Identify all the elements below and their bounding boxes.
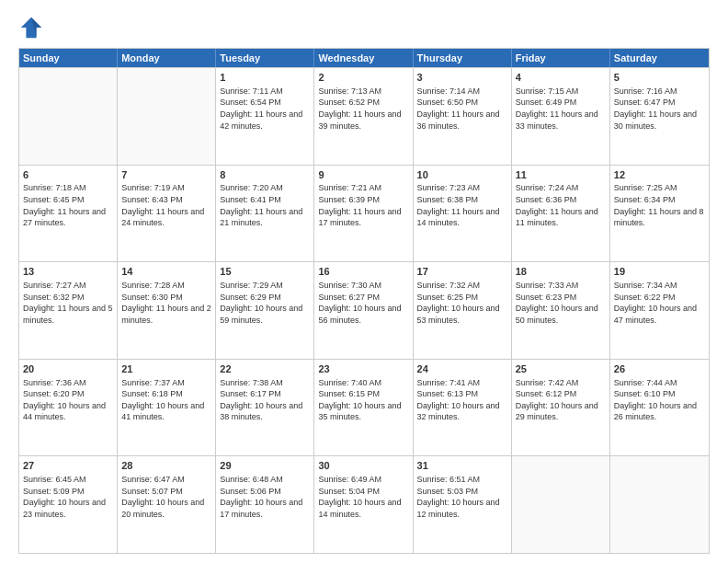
calendar-header-day: Monday <box>118 49 216 67</box>
logo <box>18 15 46 40</box>
calendar-cell: 4Sunrise: 7:15 AMSunset: 6:49 PMDaylight… <box>512 68 610 165</box>
cell-text-line: Sunset: 6:20 PM <box>23 388 113 400</box>
day-number: 21 <box>121 362 211 376</box>
day-number: 18 <box>516 265 606 279</box>
cell-text-line: Sunset: 6:54 PM <box>220 97 310 109</box>
cell-text-line: Daylight: 11 hours and 27 minutes. <box>23 206 113 229</box>
day-number: 9 <box>318 168 408 182</box>
cell-text-line: Sunset: 5:04 PM <box>318 486 408 498</box>
day-number: 12 <box>614 168 705 182</box>
calendar-cell: 5Sunrise: 7:16 AMSunset: 6:47 PMDaylight… <box>610 68 709 165</box>
cell-text-line: Sunset: 5:03 PM <box>417 486 507 498</box>
cell-text-line: Daylight: 11 hours and 21 minutes. <box>220 206 310 229</box>
day-number: 22 <box>220 362 310 376</box>
calendar-cell <box>610 456 709 553</box>
calendar-cell <box>19 68 118 165</box>
calendar-cell: 14Sunrise: 7:28 AMSunset: 6:30 PMDayligh… <box>118 262 216 359</box>
cell-text-line: Sunrise: 7:36 AM <box>23 377 113 389</box>
day-number: 27 <box>23 459 113 473</box>
calendar-cell: 18Sunrise: 7:33 AMSunset: 6:23 PMDayligh… <box>512 262 610 359</box>
cell-text-line: Sunset: 6:34 PM <box>614 194 705 206</box>
cell-text-line: Sunset: 5:07 PM <box>121 486 211 498</box>
cell-text-line: Sunrise: 7:40 AM <box>318 377 408 389</box>
cell-text-line: Daylight: 10 hours and 35 minutes. <box>318 400 408 423</box>
calendar-cell: 17Sunrise: 7:32 AMSunset: 6:25 PMDayligh… <box>414 262 512 359</box>
cell-text-line: Sunrise: 7:32 AM <box>417 280 507 292</box>
cell-text-line: Sunset: 6:41 PM <box>220 194 310 206</box>
calendar-cell: 7Sunrise: 7:19 AMSunset: 6:43 PMDaylight… <box>118 166 216 262</box>
cell-text-line: Daylight: 11 hours and 30 minutes. <box>614 109 705 132</box>
cell-text-line: Sunrise: 7:37 AM <box>121 377 211 389</box>
day-number: 29 <box>220 459 310 473</box>
calendar: SundayMondayTuesdayWednesdayThursdayFrid… <box>18 48 710 554</box>
day-number: 19 <box>614 265 705 279</box>
cell-text-line: Sunrise: 7:24 AM <box>516 182 606 194</box>
cell-text-line: Sunrise: 7:25 AM <box>614 182 705 194</box>
calendar-week-row: 27Sunrise: 6:45 AMSunset: 5:09 PMDayligh… <box>19 455 709 553</box>
cell-text-line: Daylight: 10 hours and 53 minutes. <box>417 303 507 326</box>
cell-text-line: Sunset: 6:45 PM <box>23 194 113 206</box>
calendar-cell: 25Sunrise: 7:42 AMSunset: 6:12 PMDayligh… <box>512 360 610 456</box>
cell-text-line: Daylight: 10 hours and 26 minutes. <box>614 400 705 423</box>
calendar-cell: 29Sunrise: 6:48 AMSunset: 5:06 PMDayligh… <box>216 456 314 553</box>
calendar-cell: 11Sunrise: 7:24 AMSunset: 6:36 PMDayligh… <box>512 166 610 262</box>
day-number: 4 <box>516 71 606 85</box>
calendar-header-day: Sunday <box>19 49 118 67</box>
day-number: 7 <box>121 168 211 182</box>
calendar-cell: 16Sunrise: 7:30 AMSunset: 6:27 PMDayligh… <box>314 262 413 359</box>
day-number: 24 <box>417 362 507 376</box>
cell-text-line: Daylight: 11 hours and 24 minutes. <box>121 206 211 229</box>
cell-text-line: Daylight: 11 hours and 8 minutes. <box>614 206 705 229</box>
cell-text-line: Sunset: 6:52 PM <box>318 97 408 109</box>
cell-text-line: Daylight: 11 hours and 17 minutes. <box>318 206 408 229</box>
cell-text-line: Sunset: 6:10 PM <box>614 388 705 400</box>
calendar-week-row: 6Sunrise: 7:18 AMSunset: 6:45 PMDaylight… <box>19 165 709 262</box>
day-number: 20 <box>23 362 113 376</box>
calendar-cell: 22Sunrise: 7:38 AMSunset: 6:17 PMDayligh… <box>216 360 314 456</box>
calendar-body: 1Sunrise: 7:11 AMSunset: 6:54 PMDaylight… <box>19 67 709 553</box>
calendar-cell: 1Sunrise: 7:11 AMSunset: 6:54 PMDaylight… <box>216 68 314 165</box>
cell-text-line: Daylight: 10 hours and 44 minutes. <box>23 400 113 423</box>
calendar-cell: 27Sunrise: 6:45 AMSunset: 5:09 PMDayligh… <box>19 456 118 553</box>
day-number: 16 <box>318 265 408 279</box>
cell-text-line: Daylight: 10 hours and 23 minutes. <box>23 497 113 520</box>
calendar-cell: 13Sunrise: 7:27 AMSunset: 6:32 PMDayligh… <box>19 262 118 359</box>
calendar-cell: 2Sunrise: 7:13 AMSunset: 6:52 PMDaylight… <box>314 68 413 165</box>
cell-text-line: Daylight: 10 hours and 59 minutes. <box>220 303 310 326</box>
day-number: 6 <box>23 168 113 182</box>
cell-text-line: Sunset: 6:49 PM <box>516 97 606 109</box>
calendar-cell: 15Sunrise: 7:29 AMSunset: 6:29 PMDayligh… <box>216 262 314 359</box>
calendar-cell: 30Sunrise: 6:49 AMSunset: 5:04 PMDayligh… <box>314 456 413 553</box>
cell-text-line: Sunrise: 6:51 AM <box>417 474 507 486</box>
cell-text-line: Sunrise: 7:38 AM <box>220 377 310 389</box>
calendar-header: SundayMondayTuesdayWednesdayThursdayFrid… <box>19 49 709 67</box>
cell-text-line: Sunset: 6:43 PM <box>121 194 211 206</box>
cell-text-line: Sunset: 6:47 PM <box>614 97 705 109</box>
cell-text-line: Daylight: 10 hours and 50 minutes. <box>516 303 606 326</box>
cell-text-line: Sunrise: 6:45 AM <box>23 474 113 486</box>
cell-text-line: Sunrise: 6:48 AM <box>220 474 310 486</box>
cell-text-line: Daylight: 10 hours and 38 minutes. <box>220 400 310 423</box>
calendar-cell: 3Sunrise: 7:14 AMSunset: 6:50 PMDaylight… <box>414 68 512 165</box>
calendar-cell: 31Sunrise: 6:51 AMSunset: 5:03 PMDayligh… <box>414 456 512 553</box>
cell-text-line: Sunset: 6:30 PM <box>121 292 211 304</box>
cell-text-line: Sunrise: 7:19 AM <box>121 182 211 194</box>
header <box>18 15 710 40</box>
cell-text-line: Sunset: 6:36 PM <box>516 194 606 206</box>
cell-text-line: Daylight: 10 hours and 47 minutes. <box>614 303 705 326</box>
day-number: 13 <box>23 265 113 279</box>
cell-text-line: Sunset: 6:17 PM <box>220 388 310 400</box>
cell-text-line: Sunset: 6:22 PM <box>614 292 705 304</box>
cell-text-line: Sunrise: 7:21 AM <box>318 182 408 194</box>
day-number: 31 <box>417 459 507 473</box>
calendar-cell <box>118 68 216 165</box>
cell-text-line: Daylight: 10 hours and 20 minutes. <box>121 497 211 520</box>
day-number: 10 <box>417 168 507 182</box>
cell-text-line: Sunrise: 7:29 AM <box>220 280 310 292</box>
calendar-week-row: 1Sunrise: 7:11 AMSunset: 6:54 PMDaylight… <box>19 67 709 165</box>
calendar-cell: 8Sunrise: 7:20 AMSunset: 6:41 PMDaylight… <box>216 166 314 262</box>
calendar-header-day: Saturday <box>610 49 709 67</box>
day-number: 1 <box>220 71 310 85</box>
day-number: 28 <box>121 459 211 473</box>
calendar-cell: 23Sunrise: 7:40 AMSunset: 6:15 PMDayligh… <box>314 360 413 456</box>
